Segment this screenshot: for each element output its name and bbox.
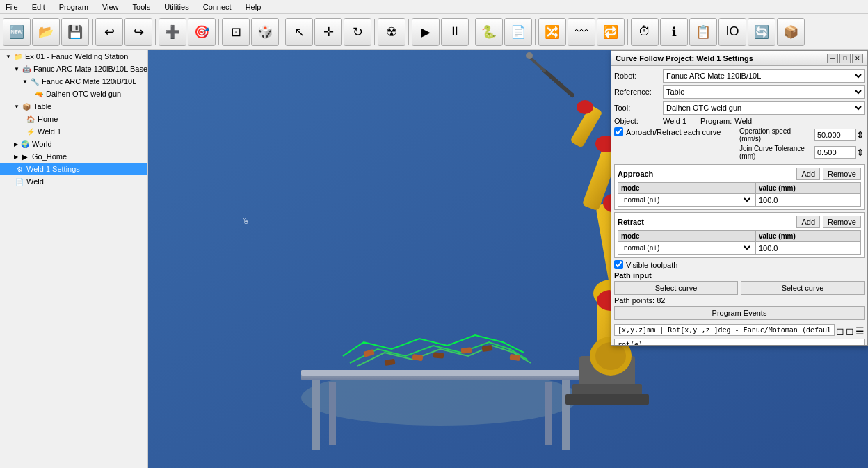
tree-item-world[interactable]: ▶ 🌍 World <box>0 138 147 150</box>
program-events-btn[interactable]: Program Events <box>614 306 865 320</box>
visible-toolpath-checkbox[interactable] <box>614 260 623 269</box>
toolbar-sep-4 <box>282 19 282 45</box>
toolbar-btn-document[interactable]: 📄 <box>504 18 532 46</box>
tool-row: Tool: Daihen OTC weld gun <box>614 101 865 115</box>
retract-header: Retract Add Remove <box>618 216 861 228</box>
menu-utilities[interactable]: Utilities <box>161 1 191 13</box>
expand-table[interactable]: ▼ <box>14 104 19 110</box>
retract-add-btn[interactable]: Add <box>796 216 820 228</box>
toolbar-btn-path[interactable]: 🔀 <box>538 18 566 46</box>
op-speed-spin[interactable]: ⇕ <box>856 129 865 140</box>
formula-icon3[interactable]: ☰ <box>855 325 865 337</box>
menu-help[interactable]: Help <box>243 1 264 13</box>
tree-item-weld1[interactable]: ⚡ Weld 1 <box>0 125 147 138</box>
tree-item-station[interactable]: ▼ 📁 Ex 01 - Fanuc Welding Station <box>0 50 147 63</box>
toolbar-btn-rotate[interactable]: ↻ <box>344 18 371 46</box>
menu-edit[interactable]: Edit <box>29 1 48 13</box>
robot-select[interactable]: Fanuc ARC Mate 120iB/10L <box>663 69 865 83</box>
join-curve-spin[interactable]: ⇕ <box>856 147 865 158</box>
viewport[interactable]: 🖱 Curve Follow Project: Weld 1 Settings … <box>148 50 868 468</box>
approach-mode-select[interactable]: normal (n+) <box>621 195 753 204</box>
object-value: Weld 1 <box>663 117 686 125</box>
expand-world[interactable]: ▶ <box>14 141 18 147</box>
toolbar-btn-path2[interactable]: 〰 <box>568 18 595 46</box>
toolbar-sep-6 <box>408 19 409 45</box>
path-formula-input[interactable] <box>614 324 835 336</box>
minimize-button[interactable]: ─ <box>827 54 838 63</box>
reference-row: Reference: Table <box>614 85 865 99</box>
weld-icon: 📄 <box>14 176 25 187</box>
toolbar-btn-python[interactable]: 🐍 <box>475 18 503 46</box>
svg-rect-3 <box>301 370 579 376</box>
go-home-label: Go_Home <box>32 152 67 161</box>
toolbar-btn-info[interactable]: ℹ <box>660 18 688 46</box>
tree-item-table[interactable]: ▼ 📦 Table <box>0 100 147 113</box>
toolbar-btn-3d[interactable]: 🎲 <box>251 18 279 46</box>
svg-rect-17 <box>565 394 649 405</box>
approach-retract-checkbox[interactable] <box>614 127 623 136</box>
svg-point-31 <box>595 342 626 370</box>
tree-item-weld1-settings[interactable]: ⚙ Weld 1 Settings <box>0 163 147 175</box>
retract-remove-btn[interactable]: Remove <box>823 216 861 228</box>
toolbar-btn-move[interactable]: ✛ <box>314 18 342 46</box>
toolbar-btn-undo[interactable]: ↩ <box>95 18 123 46</box>
toolbar-btn-list[interactable]: 📋 <box>689 18 717 46</box>
menu-tools[interactable]: Tools <box>130 1 154 13</box>
approach-section: Approach Add Remove mode value (mm) <box>614 164 865 210</box>
tree-item-home[interactable]: 🏠 Home <box>0 113 147 125</box>
toolbar-btn-add[interactable]: ➕ <box>159 18 186 46</box>
program-label: Program: <box>700 117 732 125</box>
formula-icon1[interactable]: ◻ <box>836 325 844 337</box>
expand-robot-base[interactable]: ▼ <box>14 66 19 72</box>
toolbar-sep-5 <box>374 19 375 45</box>
tree-item-robot-arm[interactable]: ▼ 🔧 Fanuc ARC Mate 120iB/10L <box>0 75 147 88</box>
join-curve-input[interactable] <box>814 146 856 159</box>
tree-item-robot-base[interactable]: ▼ 🤖 Fanuc ARC Mate 120iB/10L Base <box>0 63 147 75</box>
expand-robot-arm[interactable]: ▼ <box>22 79 28 85</box>
tree-item-weld-gun[interactable]: 🔫 Daihen OTC weld gun <box>0 88 147 100</box>
toolbar-btn-2[interactable]: 📂 <box>32 18 60 46</box>
tree-item-go-home[interactable]: ▶ ▶ Go_Home <box>0 150 147 163</box>
toolbar-btn-io[interactable]: IO <box>718 18 746 46</box>
expand-station[interactable]: ▼ <box>6 54 11 60</box>
toolbar-btn-select[interactable]: ↖ <box>285 18 313 46</box>
toolbar-btn-fit[interactable]: ⊡ <box>222 18 250 46</box>
approach-header: Approach Add Remove <box>618 168 861 180</box>
toolbar-btn-refresh[interactable]: 🔄 <box>748 18 775 46</box>
close-button[interactable]: ✕ <box>852 54 863 63</box>
main-layout: ▼ 📁 Ex 01 - Fanuc Welding Station ▼ 🤖 Fa… <box>0 50 868 468</box>
select-curve-btn1[interactable]: Select curve <box>614 281 738 295</box>
weld1-settings-label: Weld 1 Settings <box>26 165 80 173</box>
table-label: Table <box>33 102 51 111</box>
tool-select[interactable]: Daihen OTC weld gun <box>663 101 865 115</box>
retract-value-header: value (mm) <box>755 231 860 242</box>
toolbar-btn-redo[interactable]: ↪ <box>124 18 152 46</box>
toolbar-btn-target[interactable]: 🎯 <box>188 18 216 46</box>
menu-program[interactable]: Program <box>56 1 91 13</box>
toolbar-btn-play[interactable]: ▶ <box>412 18 440 46</box>
reference-select[interactable]: Table <box>663 85 865 99</box>
approach-add-btn[interactable]: Add <box>796 168 820 180</box>
select-curve-btn2[interactable]: Select curve <box>741 281 865 295</box>
op-speed-input[interactable] <box>814 129 856 141</box>
formula-icon2[interactable]: ◻ <box>846 325 854 337</box>
toolbar-btn-radiation[interactable]: ☢ <box>378 18 405 46</box>
menu-connect[interactable]: Connect <box>200 1 234 13</box>
toolbar-sep-2 <box>155 19 156 45</box>
toolbar-btn-timer[interactable]: ⏱ <box>631 18 659 46</box>
svg-rect-13 <box>433 352 444 358</box>
expand-go-home[interactable]: ▶ <box>14 154 18 160</box>
toolbar-btn-path3[interactable]: 🔁 <box>597 18 625 46</box>
approach-remove-btn[interactable]: Remove <box>823 168 861 180</box>
menu-file[interactable]: File <box>3 1 21 13</box>
toolbar-btn-pause[interactable]: ⏸ <box>441 18 469 46</box>
retract-mode-select[interactable]: normal (n+) <box>621 243 753 252</box>
path-formula2-input[interactable] <box>614 339 865 345</box>
toolbar-btn-package[interactable]: 📦 <box>777 18 805 46</box>
menubar: File Edit Program View Tools Utilities C… <box>0 0 868 14</box>
tree-item-weld[interactable]: 📄 Weld <box>0 175 147 188</box>
menu-view[interactable]: View <box>99 1 122 13</box>
toolbar-btn-3[interactable]: 💾 <box>61 18 89 46</box>
maximize-button[interactable]: □ <box>839 54 851 63</box>
toolbar-btn-1[interactable]: 🆕 <box>3 18 31 46</box>
